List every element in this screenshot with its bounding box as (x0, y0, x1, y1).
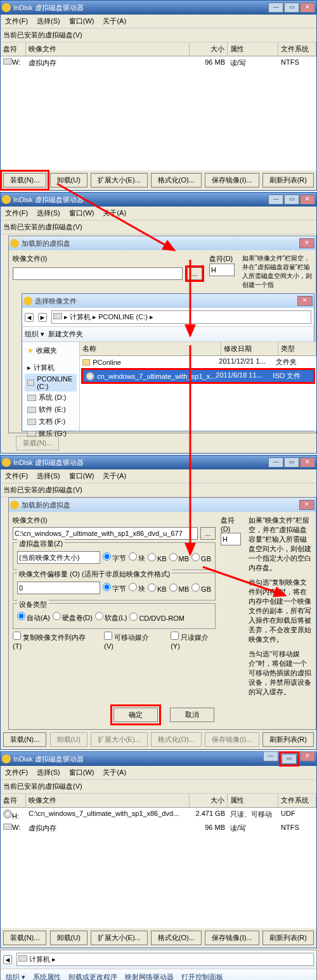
close-button[interactable]: ✕ (300, 3, 315, 13)
load-button[interactable]: 装载(N)... (3, 173, 46, 188)
file-row-iso[interactable]: cn_windows_7_ultimate_with_sp1_x...2011/… (83, 370, 313, 382)
close-button[interactable]: ✕ (300, 457, 315, 468)
chk-copy[interactable]: 复制映像文件到内存 (T) (13, 632, 89, 650)
menu-select[interactable]: 选择(S) (35, 16, 62, 27)
menu-window[interactable]: 窗口(W) (67, 16, 96, 27)
col-date[interactable]: 修改日期 (221, 342, 278, 355)
offset-input[interactable] (17, 582, 100, 594)
sidebar-favorites[interactable]: ★收藏夹 (25, 345, 77, 357)
minimize-button[interactable]: — (263, 751, 278, 761)
dev-auto[interactable]: 自动(A) (17, 612, 50, 623)
unit-byte[interactable]: 字节 (103, 552, 126, 563)
sidebar-drive-e[interactable]: 软件 (E:) (25, 404, 77, 416)
nav-controlpanel[interactable]: 打开控制面板 (181, 972, 223, 980)
menu-file[interactable]: 文件(F) (3, 16, 30, 27)
unit-gb[interactable]: GB (191, 553, 211, 563)
saveimg-button[interactable]: 保存镜像(I)... (205, 732, 259, 747)
load-button[interactable]: 装载(N)... (16, 436, 59, 450)
format-button[interactable]: 格式化(O)... (151, 931, 202, 945)
menu-file[interactable]: 文件(F) (3, 208, 30, 219)
col-size[interactable]: 大小 (190, 794, 228, 807)
off-mb[interactable]: MB (169, 583, 190, 593)
col-image[interactable]: 映像文件 (26, 794, 190, 807)
menu-select[interactable]: 选择(S) (35, 471, 62, 481)
col-image[interactable]: 映像文件 (26, 42, 190, 56)
saveimg-button[interactable]: 保存镜像(I)... (205, 931, 259, 945)
menu-about[interactable]: 关于(A) (101, 16, 128, 27)
unload-button[interactable]: 卸载(U) (50, 173, 87, 188)
drive-input[interactable] (221, 533, 241, 545)
off-kb[interactable]: KB (148, 583, 167, 593)
refresh-button[interactable]: 刷新列表(R) (262, 732, 314, 747)
breadcrumb[interactable]: 计算机 ▸ PCONLINE (C:) ▸ (70, 313, 153, 321)
close-button[interactable]: ✕ (299, 500, 314, 510)
unload-button[interactable]: 卸载(U) (50, 931, 87, 945)
ok-button[interactable]: 确定 (113, 708, 158, 722)
back-button[interactable]: ◄ (25, 313, 34, 322)
off-gb[interactable]: GB (191, 583, 211, 593)
file-row-folder[interactable]: PConline2011/12/21 1...文件夹 (80, 356, 316, 368)
close-button[interactable]: ✕ (297, 296, 313, 306)
disk-row[interactable]: H:C:\cn_windows_7_ultimate_with_sp1_x86_… (1, 808, 316, 822)
col-type[interactable]: 类型 (278, 342, 316, 355)
dev-cd[interactable]: CD/DVD-ROM (129, 613, 184, 622)
off-block[interactable]: 块 (129, 583, 145, 594)
menu-file[interactable]: 文件(F) (3, 471, 30, 481)
col-size[interactable]: 大小 (190, 42, 228, 56)
fwd-button[interactable]: ► (38, 313, 47, 322)
cancel-button[interactable]: 取消 (170, 708, 214, 722)
off-byte[interactable]: 字节 (103, 583, 126, 594)
saveimg-button[interactable]: 保存镜像(I)... (205, 173, 259, 188)
expand-button[interactable]: 扩展大小(E)... (91, 173, 148, 188)
browse-button[interactable]: ... (187, 267, 202, 280)
unit-mb[interactable]: MB (169, 553, 190, 563)
disk-row[interactable]: W: 虚拟内存 96 MB 读/写 NTFS (1, 56, 316, 70)
image-file-input[interactable] (13, 527, 198, 540)
dev-hd[interactable]: 硬盘卷(D) (53, 612, 93, 623)
format-button[interactable]: 格式化(O)... (151, 732, 202, 747)
nav-organize[interactable]: 组织 ▾ (6, 972, 25, 980)
close-button[interactable]: ✕ (300, 194, 315, 205)
col-attr[interactable]: 属性 (228, 794, 278, 807)
menu-window[interactable]: 窗口(W) (67, 767, 96, 778)
nav-sysproperties[interactable]: 系统属性 (33, 972, 61, 980)
col-attr[interactable]: 属性 (228, 42, 278, 56)
drive-input[interactable] (209, 264, 235, 276)
maximize-button[interactable]: ▭ (284, 457, 299, 468)
close-button[interactable]: ✕ (299, 238, 314, 248)
col-fs[interactable]: 文件系统 (278, 794, 316, 807)
menu-about[interactable]: 关于(A) (101, 767, 128, 778)
menu-about[interactable]: 关于(A) (101, 471, 128, 481)
minimize-button[interactable]: — (268, 3, 283, 13)
capacity-input[interactable] (17, 551, 100, 564)
browse-button[interactable]: ... (200, 527, 216, 540)
menu-window[interactable]: 窗口(W) (67, 471, 96, 481)
close-button[interactable]: ✕ (300, 751, 315, 761)
col-name[interactable]: 名称 (80, 342, 221, 355)
chk-readonly[interactable]: 只读媒介 (Y) (171, 632, 216, 650)
sidebar-drive-c[interactable]: PCONLINE (C:) (25, 374, 77, 391)
expand-button[interactable]: 扩展大小(E)... (91, 931, 148, 945)
breadcrumb[interactable]: 计算机 ▸ (29, 955, 56, 963)
unload-button[interactable]: 卸载(U) (50, 732, 87, 747)
image-file-input[interactable] (13, 267, 183, 280)
nav-uninstall[interactable]: 卸载或更改程序 (68, 972, 117, 980)
menu-file[interactable]: 文件(F) (3, 767, 30, 778)
sidebar-drive-f[interactable]: 文档 (F:) (25, 416, 77, 428)
back-button[interactable]: ◄ (3, 955, 12, 964)
minimize-button[interactable]: — (268, 457, 283, 468)
organize-menu[interactable]: 组织 ▾ (25, 329, 44, 339)
format-button[interactable]: 格式化(O)... (151, 173, 202, 188)
unit-kb[interactable]: KB (148, 553, 167, 563)
load-button[interactable]: 装载(N)... (3, 732, 46, 747)
maximize-button[interactable]: ▭ (284, 194, 299, 205)
disk-row[interactable]: W:虚拟内存96 MB读/写NTFS (1, 822, 316, 835)
menu-select[interactable]: 选择(S) (35, 208, 62, 219)
expand-button[interactable]: 扩展大小(E)... (91, 732, 148, 747)
nav-mapdrive[interactable]: 映射网络驱动器 (125, 972, 174, 980)
col-fs[interactable]: 文件系统 (278, 42, 316, 56)
sidebar-drive-d[interactable]: 系统 (D:) (25, 391, 77, 404)
maximize-button[interactable]: ▭ (284, 3, 299, 13)
dev-fd[interactable]: 软盘(L) (95, 612, 127, 623)
menu-window[interactable]: 窗口(W) (67, 208, 96, 219)
